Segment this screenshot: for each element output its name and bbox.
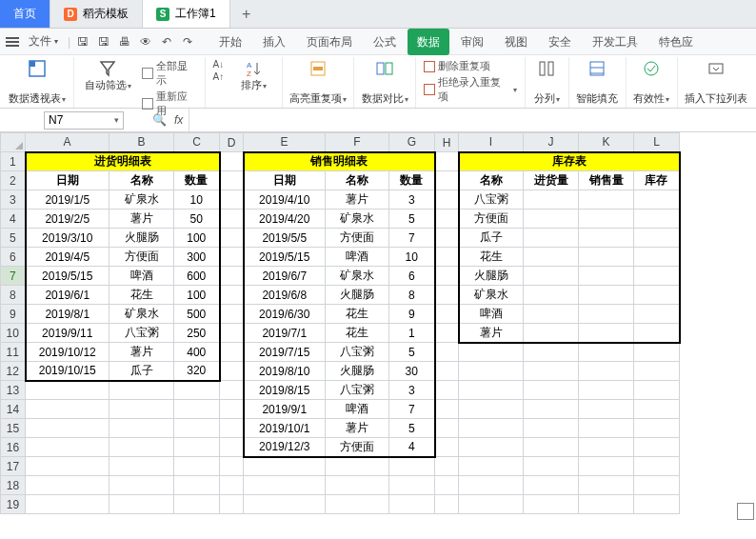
cell[interactable] (435, 362, 459, 381)
cell[interactable]: 250 (174, 324, 220, 343)
cell[interactable] (220, 286, 244, 305)
cell[interactable] (174, 457, 220, 476)
row-10[interactable]: 10 (1, 324, 26, 343)
cell[interactable]: 薯片 (326, 190, 389, 210)
cell[interactable] (174, 400, 220, 419)
menu-formula[interactable]: 公式 (364, 29, 406, 55)
cell[interactable] (634, 419, 680, 438)
cell[interactable] (435, 190, 459, 210)
cell[interactable] (524, 305, 579, 324)
cell[interactable] (174, 476, 220, 495)
cell[interactable] (389, 457, 435, 476)
col-I[interactable]: I (459, 133, 524, 152)
cell[interactable] (244, 476, 326, 495)
cell[interactable]: 啤酒 (326, 248, 389, 267)
cell[interactable] (109, 400, 174, 419)
cell[interactable] (435, 457, 459, 476)
cell[interactable] (220, 267, 244, 286)
cell[interactable]: 2019/6/7 (244, 267, 326, 286)
cell[interactable]: 2019/8/15 (244, 381, 326, 400)
cell[interactable] (220, 476, 244, 495)
ribbon-reject-dup[interactable]: 拒绝录入重复项 (424, 75, 517, 104)
formula-input[interactable] (189, 109, 756, 131)
cell[interactable]: 6 (389, 267, 435, 286)
cell[interactable]: 2019/10/12 (26, 343, 109, 362)
row-8[interactable]: 8 (1, 286, 26, 305)
cell[interactable]: 8 (389, 286, 435, 305)
cell[interactable] (174, 381, 220, 400)
row-16[interactable]: 16 (1, 438, 26, 457)
cell[interactable] (579, 190, 634, 210)
cell[interactable] (459, 400, 524, 419)
cell[interactable]: 名称 (109, 171, 174, 190)
ql-save-icon[interactable]: 🖫 (74, 35, 91, 49)
cell[interactable] (174, 438, 220, 457)
cell[interactable] (524, 229, 579, 248)
ribbon-validity[interactable]: 有效性 (627, 57, 678, 108)
ribbon-split[interactable]: 分列 (526, 57, 569, 108)
cell[interactable] (174, 419, 220, 438)
cell[interactable] (524, 438, 579, 457)
fx-icon[interactable]: fx (174, 113, 183, 127)
cell[interactable] (435, 400, 459, 419)
row-14[interactable]: 14 (1, 400, 26, 419)
cell[interactable]: 薯片 (109, 210, 174, 229)
cell[interactable] (634, 248, 680, 267)
cell[interactable] (220, 248, 244, 267)
cell[interactable] (459, 381, 524, 400)
cell[interactable]: 2019/6/8 (244, 286, 326, 305)
cell[interactable] (459, 362, 524, 381)
col-L[interactable]: L (634, 133, 680, 152)
cell[interactable] (634, 381, 680, 400)
cell[interactable]: 5 (389, 419, 435, 438)
cell[interactable]: 2019/5/5 (244, 229, 326, 248)
cell[interactable]: 2019/2/5 (26, 210, 109, 229)
cell[interactable]: 500 (174, 305, 220, 324)
menu-features[interactable]: 特色应 (649, 29, 703, 55)
menu-start[interactable]: 开始 (209, 29, 251, 55)
cell[interactable] (524, 381, 579, 400)
ribbon-smartfill[interactable]: 智能填充 (569, 57, 627, 108)
cell[interactable]: 花生 (109, 286, 174, 305)
hamburger-icon[interactable] (6, 37, 19, 47)
cell[interactable] (220, 495, 244, 514)
cell[interactable]: 啤酒 (326, 400, 389, 419)
cell[interactable]: 瓜子 (459, 229, 524, 248)
cell[interactable]: 库存表 (459, 152, 680, 171)
sort-asc-icon[interactable]: A↓ (213, 59, 225, 70)
cell[interactable] (634, 457, 680, 476)
row-17[interactable]: 17 (1, 457, 26, 476)
cell[interactable] (579, 362, 634, 381)
cell[interactable]: 方便面 (459, 210, 524, 229)
cell[interactable]: 2019/9/1 (244, 400, 326, 419)
cell[interactable] (524, 419, 579, 438)
ribbon-highlight-dup[interactable]: 高亮重复项 (283, 57, 355, 108)
cell[interactable] (435, 248, 459, 267)
cell[interactable]: 2019/6/1 (26, 286, 109, 305)
cell[interactable] (26, 400, 109, 419)
cell[interactable] (579, 476, 634, 495)
cell[interactable] (220, 381, 244, 400)
cell[interactable]: 矿泉水 (326, 210, 389, 229)
cell[interactable]: 10 (174, 190, 220, 210)
cell[interactable]: 八宝粥 (459, 190, 524, 210)
ql-print-icon[interactable]: 🖶 (116, 35, 133, 49)
cell[interactable] (634, 267, 680, 286)
cell[interactable] (26, 419, 109, 438)
cell[interactable]: 数量 (174, 171, 220, 190)
cell[interactable]: 50 (174, 210, 220, 229)
cell[interactable]: 2019/9/11 (26, 324, 109, 343)
cell[interactable] (459, 476, 524, 495)
col-K[interactable]: K (579, 133, 634, 152)
cell[interactable] (579, 400, 634, 419)
cell[interactable] (109, 457, 174, 476)
cell[interactable] (459, 495, 524, 514)
col-F[interactable]: F (326, 133, 389, 152)
cell[interactable] (109, 438, 174, 457)
menu-devtools[interactable]: 开发工具 (583, 29, 647, 55)
cell[interactable] (579, 267, 634, 286)
cell[interactable]: 2019/5/15 (26, 267, 109, 286)
menu-insert[interactable]: 插入 (253, 29, 295, 55)
cell[interactable] (220, 305, 244, 324)
ql-redo-icon[interactable]: ↷ (179, 35, 196, 49)
